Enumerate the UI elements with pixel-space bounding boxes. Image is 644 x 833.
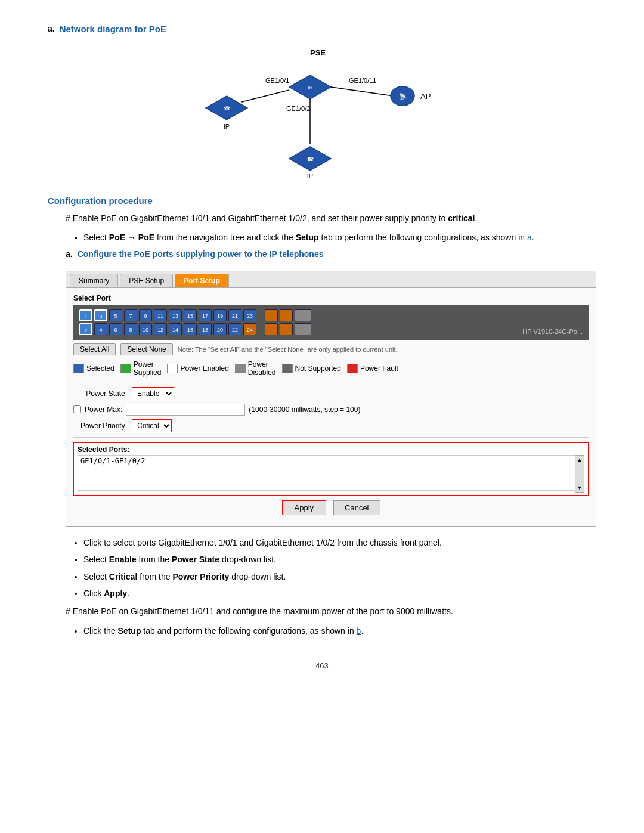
svg-text:PSE: PSE <box>310 48 326 57</box>
bullet5-item: Click Apply. <box>83 587 596 600</box>
svg-text:IP: IP <box>307 172 313 179</box>
cancel-button[interactable]: Cancel <box>333 500 380 515</box>
port-17[interactable]: 17 <box>199 309 212 321</box>
power-max-input[interactable] <box>126 404 245 416</box>
power-state-label: Power State: <box>73 389 127 398</box>
power-max-checkbox[interactable] <box>73 405 81 413</box>
port-13[interactable]: 13 <box>169 309 182 321</box>
legend-not-supported: Not Supported <box>295 364 341 373</box>
bullet3-item: Select Enable from the Power State drop-… <box>83 553 596 566</box>
svg-text:IP: IP <box>224 123 230 130</box>
config-proc-heading: Configuration procedure <box>48 196 596 206</box>
legend-power-disabled: PowerDisabled <box>248 360 276 377</box>
port-panel: 1 3 5 7 9 11 13 15 17 19 21 23 <box>73 305 589 340</box>
power-priority-label: Power Priority: <box>73 422 127 430</box>
bullet6-item: Click the Setup tab and perform the foll… <box>83 624 596 637</box>
tab-port-setup[interactable]: Port Setup <box>175 274 229 287</box>
config-block: Summary PSE Setup Port Setup Select Port… <box>66 271 596 527</box>
sub-a-prefix: a. <box>66 249 73 264</box>
tab-summary[interactable]: Summary <box>70 274 118 287</box>
port-7[interactable]: 7 <box>124 309 137 321</box>
port-8[interactable]: 8 <box>124 323 137 335</box>
port-25[interactable] <box>265 309 278 321</box>
power-state-select[interactable]: Enable Disable <box>132 387 174 400</box>
power-max-note: (1000-30000 milliwatts, step = 100) <box>249 405 360 414</box>
svg-text:GE1/0/2: GE1/0/2 <box>286 105 310 112</box>
port-26[interactable] <box>265 323 278 335</box>
legend-selected: Selected <box>86 364 114 373</box>
legend-row: Selected PowerSupplied Power Enabled Pow… <box>73 360 589 377</box>
tabs-bar[interactable]: Summary PSE Setup Port Setup <box>66 271 596 288</box>
port-6[interactable]: 6 <box>109 323 122 335</box>
port-18[interactable]: 18 <box>199 323 212 335</box>
port-24[interactable]: 24 <box>243 323 256 335</box>
power-max-label: Power Max: <box>85 405 122 414</box>
tab-pse-setup[interactable]: PSE Setup <box>120 274 173 287</box>
bullet2-item: Click to select ports GigabitEthernet 1/… <box>83 536 596 549</box>
selected-ports-textarea[interactable]: GE1/0/1-GE1/0/2 <box>78 455 584 491</box>
action-row: Apply Cancel <box>73 500 589 520</box>
legend-power-supplied: PowerSupplied <box>134 360 162 377</box>
a-prefix: a. <box>48 24 55 36</box>
apply-button[interactable]: Apply <box>282 500 327 515</box>
port-12[interactable]: 12 <box>154 323 167 335</box>
port-21[interactable]: 21 <box>228 309 242 321</box>
svg-text:GE1/0/11: GE1/0/11 <box>349 77 376 84</box>
svg-line-7 <box>331 87 394 96</box>
port-20[interactable]: 20 <box>213 323 227 335</box>
section-a-heading: a. Network diagram for PoE <box>48 24 596 36</box>
legend-power-fault: Power Fault <box>360 364 398 373</box>
port-sfp1[interactable] <box>295 309 311 321</box>
port-19[interactable]: 19 <box>213 309 227 321</box>
svg-text:⊕: ⊕ <box>308 85 312 91</box>
port-1[interactable]: 1 <box>79 309 92 321</box>
selected-ports-label: Selected Ports: <box>78 445 584 454</box>
select-note: Note: The "Select All" and the "Select N… <box>178 346 398 353</box>
configure-PoE-title: Configure the PoE ports supplying power … <box>78 249 324 259</box>
port-27[interactable] <box>280 309 293 321</box>
ge-text: # Enable PoE on GigabitEthernet 1/0/11 a… <box>66 605 596 618</box>
network-diagram-title: Network diagram for PoE <box>60 24 166 34</box>
svg-text:📡: 📡 <box>399 92 407 100</box>
port-3[interactable]: 3 <box>94 309 107 321</box>
page-number: 463 <box>48 661 596 670</box>
port-4[interactable]: 4 <box>94 323 107 335</box>
port-11[interactable]: 11 <box>154 309 167 321</box>
svg-line-6 <box>242 90 289 102</box>
power-priority-select[interactable]: Critical High Low <box>132 419 172 432</box>
svg-text:AP: AP <box>420 92 431 101</box>
intro-paragraph: # Enable PoE on GigabitEthernet 1/0/1 an… <box>66 212 596 225</box>
port-9[interactable]: 9 <box>139 309 152 321</box>
select-none-button[interactable]: Select None <box>120 343 172 355</box>
port-14[interactable]: 14 <box>169 323 182 335</box>
network-diagram: PSE ⊕ GE1/0/1 GE1/0/11 GE1/0/2 ☎ IP 📡 AP… <box>48 42 596 181</box>
bullet1-item: Select PoE → PoE from the navigation tre… <box>83 231 596 244</box>
port-15[interactable]: 15 <box>184 309 197 321</box>
legend-power-enabled: Power Enabled <box>180 364 228 373</box>
svg-text:☎: ☎ <box>307 156 314 162</box>
bullet4-item: Select Critical from the Power Priority … <box>83 570 596 583</box>
port-10[interactable]: 10 <box>139 323 152 335</box>
port-sfp2[interactable] <box>295 323 311 335</box>
port-22[interactable]: 22 <box>228 323 242 335</box>
svg-text:GE1/0/1: GE1/0/1 <box>265 77 289 84</box>
port-2[interactable]: 2 <box>79 323 92 335</box>
port-16[interactable]: 16 <box>184 323 197 335</box>
select-port-label: Select Port <box>73 294 589 302</box>
svg-text:☎: ☎ <box>224 106 230 112</box>
port-28[interactable] <box>280 323 293 335</box>
hp-label: HP V1910-24G-Po... <box>522 328 583 335</box>
port-23[interactable]: 23 <box>243 309 256 321</box>
select-all-button[interactable]: Select All <box>73 343 116 355</box>
port-5[interactable]: 5 <box>109 309 122 321</box>
